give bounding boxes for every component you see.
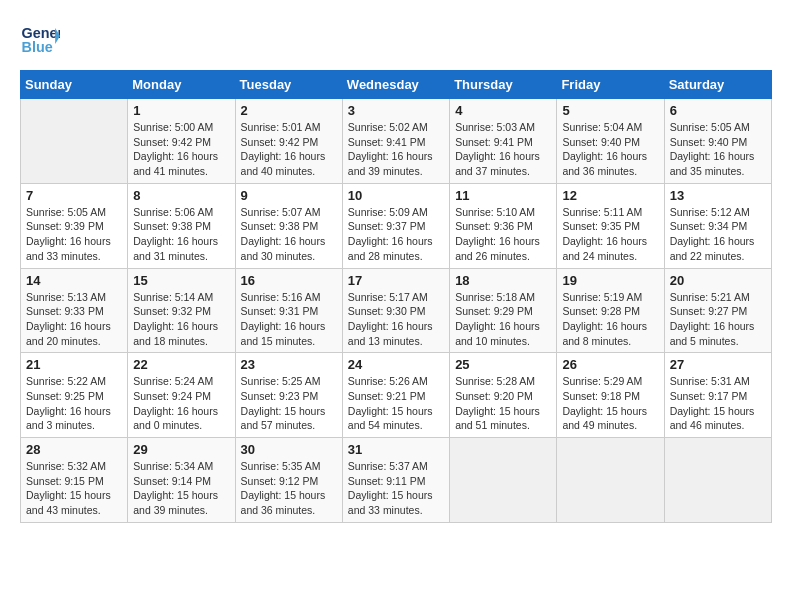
- day-number: 7: [26, 188, 122, 203]
- day-info: Sunrise: 5:32 AMSunset: 9:15 PMDaylight:…: [26, 459, 122, 518]
- calendar-cell: 29Sunrise: 5:34 AMSunset: 9:14 PMDayligh…: [128, 438, 235, 523]
- calendar-cell: 8Sunrise: 5:06 AMSunset: 9:38 PMDaylight…: [128, 183, 235, 268]
- day-info: Sunrise: 5:16 AMSunset: 9:31 PMDaylight:…: [241, 290, 337, 349]
- day-number: 23: [241, 357, 337, 372]
- calendar-cell: 30Sunrise: 5:35 AMSunset: 9:12 PMDayligh…: [235, 438, 342, 523]
- calendar-cell: 1Sunrise: 5:00 AMSunset: 9:42 PMDaylight…: [128, 99, 235, 184]
- day-number: 14: [26, 273, 122, 288]
- day-info: Sunrise: 5:05 AMSunset: 9:40 PMDaylight:…: [670, 120, 766, 179]
- day-number: 10: [348, 188, 444, 203]
- day-info: Sunrise: 5:03 AMSunset: 9:41 PMDaylight:…: [455, 120, 551, 179]
- day-info: Sunrise: 5:35 AMSunset: 9:12 PMDaylight:…: [241, 459, 337, 518]
- day-info: Sunrise: 5:17 AMSunset: 9:30 PMDaylight:…: [348, 290, 444, 349]
- day-info: Sunrise: 5:14 AMSunset: 9:32 PMDaylight:…: [133, 290, 229, 349]
- day-number: 25: [455, 357, 551, 372]
- day-info: Sunrise: 5:13 AMSunset: 9:33 PMDaylight:…: [26, 290, 122, 349]
- day-number: 30: [241, 442, 337, 457]
- calendar-cell: 6Sunrise: 5:05 AMSunset: 9:40 PMDaylight…: [664, 99, 771, 184]
- day-info: Sunrise: 5:19 AMSunset: 9:28 PMDaylight:…: [562, 290, 658, 349]
- day-number: 5: [562, 103, 658, 118]
- day-number: 28: [26, 442, 122, 457]
- calendar-cell: 26Sunrise: 5:29 AMSunset: 9:18 PMDayligh…: [557, 353, 664, 438]
- weekday-header-thursday: Thursday: [450, 71, 557, 99]
- week-row-5: 28Sunrise: 5:32 AMSunset: 9:15 PMDayligh…: [21, 438, 772, 523]
- weekday-row: SundayMondayTuesdayWednesdayThursdayFrid…: [21, 71, 772, 99]
- calendar-cell: 4Sunrise: 5:03 AMSunset: 9:41 PMDaylight…: [450, 99, 557, 184]
- calendar-cell: 25Sunrise: 5:28 AMSunset: 9:20 PMDayligh…: [450, 353, 557, 438]
- calendar-cell: [450, 438, 557, 523]
- calendar-cell: 14Sunrise: 5:13 AMSunset: 9:33 PMDayligh…: [21, 268, 128, 353]
- calendar-cell: [21, 99, 128, 184]
- day-info: Sunrise: 5:25 AMSunset: 9:23 PMDaylight:…: [241, 374, 337, 433]
- calendar-cell: 31Sunrise: 5:37 AMSunset: 9:11 PMDayligh…: [342, 438, 449, 523]
- calendar-cell: 2Sunrise: 5:01 AMSunset: 9:42 PMDaylight…: [235, 99, 342, 184]
- calendar-cell: 18Sunrise: 5:18 AMSunset: 9:29 PMDayligh…: [450, 268, 557, 353]
- header: General Blue: [20, 20, 772, 60]
- day-number: 24: [348, 357, 444, 372]
- day-number: 26: [562, 357, 658, 372]
- calendar-cell: 15Sunrise: 5:14 AMSunset: 9:32 PMDayligh…: [128, 268, 235, 353]
- calendar-cell: 21Sunrise: 5:22 AMSunset: 9:25 PMDayligh…: [21, 353, 128, 438]
- day-info: Sunrise: 5:31 AMSunset: 9:17 PMDaylight:…: [670, 374, 766, 433]
- calendar-header: SundayMondayTuesdayWednesdayThursdayFrid…: [21, 71, 772, 99]
- calendar-cell: 28Sunrise: 5:32 AMSunset: 9:15 PMDayligh…: [21, 438, 128, 523]
- calendar-cell: 27Sunrise: 5:31 AMSunset: 9:17 PMDayligh…: [664, 353, 771, 438]
- day-info: Sunrise: 5:18 AMSunset: 9:29 PMDaylight:…: [455, 290, 551, 349]
- weekday-header-friday: Friday: [557, 71, 664, 99]
- calendar-cell: 16Sunrise: 5:16 AMSunset: 9:31 PMDayligh…: [235, 268, 342, 353]
- day-number: 8: [133, 188, 229, 203]
- day-info: Sunrise: 5:10 AMSunset: 9:36 PMDaylight:…: [455, 205, 551, 264]
- day-info: Sunrise: 5:22 AMSunset: 9:25 PMDaylight:…: [26, 374, 122, 433]
- day-number: 11: [455, 188, 551, 203]
- calendar-cell: 19Sunrise: 5:19 AMSunset: 9:28 PMDayligh…: [557, 268, 664, 353]
- calendar-body: 1Sunrise: 5:00 AMSunset: 9:42 PMDaylight…: [21, 99, 772, 523]
- day-number: 9: [241, 188, 337, 203]
- day-info: Sunrise: 5:06 AMSunset: 9:38 PMDaylight:…: [133, 205, 229, 264]
- calendar-cell: 24Sunrise: 5:26 AMSunset: 9:21 PMDayligh…: [342, 353, 449, 438]
- day-number: 15: [133, 273, 229, 288]
- week-row-1: 1Sunrise: 5:00 AMSunset: 9:42 PMDaylight…: [21, 99, 772, 184]
- day-info: Sunrise: 5:11 AMSunset: 9:35 PMDaylight:…: [562, 205, 658, 264]
- day-number: 13: [670, 188, 766, 203]
- day-info: Sunrise: 5:09 AMSunset: 9:37 PMDaylight:…: [348, 205, 444, 264]
- calendar-cell: 23Sunrise: 5:25 AMSunset: 9:23 PMDayligh…: [235, 353, 342, 438]
- day-info: Sunrise: 5:37 AMSunset: 9:11 PMDaylight:…: [348, 459, 444, 518]
- calendar-table: SundayMondayTuesdayWednesdayThursdayFrid…: [20, 70, 772, 523]
- day-number: 22: [133, 357, 229, 372]
- day-info: Sunrise: 5:01 AMSunset: 9:42 PMDaylight:…: [241, 120, 337, 179]
- day-info: Sunrise: 5:12 AMSunset: 9:34 PMDaylight:…: [670, 205, 766, 264]
- calendar-cell: 17Sunrise: 5:17 AMSunset: 9:30 PMDayligh…: [342, 268, 449, 353]
- day-info: Sunrise: 5:24 AMSunset: 9:24 PMDaylight:…: [133, 374, 229, 433]
- calendar-cell: 13Sunrise: 5:12 AMSunset: 9:34 PMDayligh…: [664, 183, 771, 268]
- day-number: 19: [562, 273, 658, 288]
- svg-text:General: General: [22, 25, 60, 41]
- calendar-cell: 9Sunrise: 5:07 AMSunset: 9:38 PMDaylight…: [235, 183, 342, 268]
- calendar-cell: 22Sunrise: 5:24 AMSunset: 9:24 PMDayligh…: [128, 353, 235, 438]
- day-number: 3: [348, 103, 444, 118]
- week-row-2: 7Sunrise: 5:05 AMSunset: 9:39 PMDaylight…: [21, 183, 772, 268]
- calendar-cell: 3Sunrise: 5:02 AMSunset: 9:41 PMDaylight…: [342, 99, 449, 184]
- logo: General Blue: [20, 20, 64, 60]
- day-number: 1: [133, 103, 229, 118]
- calendar-cell: 11Sunrise: 5:10 AMSunset: 9:36 PMDayligh…: [450, 183, 557, 268]
- day-info: Sunrise: 5:07 AMSunset: 9:38 PMDaylight:…: [241, 205, 337, 264]
- calendar-cell: 7Sunrise: 5:05 AMSunset: 9:39 PMDaylight…: [21, 183, 128, 268]
- day-info: Sunrise: 5:28 AMSunset: 9:20 PMDaylight:…: [455, 374, 551, 433]
- day-info: Sunrise: 5:05 AMSunset: 9:39 PMDaylight:…: [26, 205, 122, 264]
- weekday-header-monday: Monday: [128, 71, 235, 99]
- calendar-cell: 12Sunrise: 5:11 AMSunset: 9:35 PMDayligh…: [557, 183, 664, 268]
- week-row-3: 14Sunrise: 5:13 AMSunset: 9:33 PMDayligh…: [21, 268, 772, 353]
- day-info: Sunrise: 5:02 AMSunset: 9:41 PMDaylight:…: [348, 120, 444, 179]
- day-info: Sunrise: 5:34 AMSunset: 9:14 PMDaylight:…: [133, 459, 229, 518]
- day-info: Sunrise: 5:21 AMSunset: 9:27 PMDaylight:…: [670, 290, 766, 349]
- day-number: 31: [348, 442, 444, 457]
- day-info: Sunrise: 5:00 AMSunset: 9:42 PMDaylight:…: [133, 120, 229, 179]
- day-number: 21: [26, 357, 122, 372]
- logo-icon: General Blue: [20, 20, 60, 60]
- week-row-4: 21Sunrise: 5:22 AMSunset: 9:25 PMDayligh…: [21, 353, 772, 438]
- calendar-cell: 20Sunrise: 5:21 AMSunset: 9:27 PMDayligh…: [664, 268, 771, 353]
- weekday-header-sunday: Sunday: [21, 71, 128, 99]
- day-number: 17: [348, 273, 444, 288]
- calendar-cell: 10Sunrise: 5:09 AMSunset: 9:37 PMDayligh…: [342, 183, 449, 268]
- day-number: 12: [562, 188, 658, 203]
